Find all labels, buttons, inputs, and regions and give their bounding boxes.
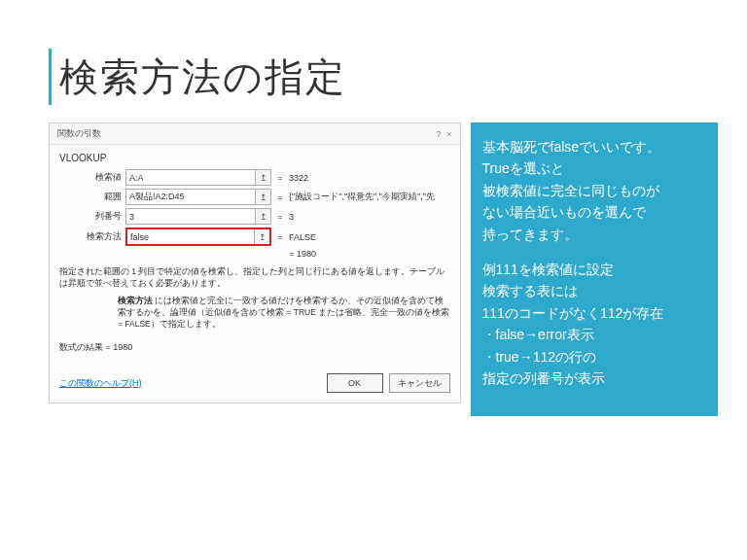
ok-button[interactable]: OK [327,373,383,393]
dialog-description-arg: 検索方法 には検索値と完全に一致する値だけを検索するか、その近似値を含めて検索す… [118,296,450,331]
arg-input-col-index[interactable]: 3 ↥ [125,208,271,225]
cancel-button[interactable]: キャンセル [389,373,450,393]
close-icon[interactable]: × [446,129,451,139]
dialog-titlebar: 関数の引数 ? × [50,123,460,145]
arg-value: A製品!A2:D45 [129,191,185,203]
overall-result: 1980 [297,249,316,259]
range-select-icon[interactable]: ↥ [254,229,269,244]
dialog-description: 指定された範囲の 1 列目で特定の値を検索し、指定した列と同じ行にある値を返しま… [59,266,450,290]
equals-sign: = [275,232,285,242]
equals-sign: = [275,173,285,183]
help-icon[interactable]: ? [436,129,441,139]
arg-label: 検索値 [65,171,122,184]
equals-sign: = [275,192,285,202]
arg-value: A:A [129,173,144,183]
page-title: 検索方法の指定 [59,51,346,104]
overall-result-row: = 1980 [65,249,450,259]
equals-sign: = [287,249,297,259]
explanation-panel: 基本脳死でfalseでいいです。 Trueを選ぶと 被検索値に完全に同じものが … [471,122,718,416]
arg-label: 範囲 [65,191,122,203]
arg-row-lookup-value: 検索値 A:A ↥ = 3322 [65,169,450,186]
arg-row-col-index: 列番号 3 ↥ = 3 [65,208,450,225]
arg-row-range-lookup: 検索方法 false ↥ = FALSE [65,228,450,246]
arg-result: 3322 [289,173,308,183]
arg-value: false [130,232,149,242]
help-link[interactable]: この関数のヘルプ(H) [59,377,142,390]
arg-label: 検索方法 [65,230,122,243]
function-args-dialog: 関数の引数 ? × VLOOKUP 検索値 A:A ↥ = [49,122,461,403]
arg-input-range-lookup[interactable]: false ↥ [125,228,271,246]
desc2-label: 検索方法 [118,296,153,305]
title-wrap: 検索方法の指定 [49,49,718,105]
explanation-para-2: 例111を検索値に設定 検索する表には 111のコードがなく112が存在 ・fa… [482,259,706,389]
arg-result: 3 [289,212,294,222]
formula-result-line: 数式の結果 = 1980 [59,341,450,354]
title-accent-bar [49,49,52,105]
arg-value: 3 [129,212,134,222]
dialog-title: 関数の引数 [57,127,101,140]
equals-sign: = [275,212,285,222]
arg-row-table-array: 範囲 A製品!A2:D45 ↥ = {"施設コード","得意先","今期実績",… [65,189,450,205]
range-select-icon[interactable]: ↥ [255,190,270,204]
arg-result: {"施設コード","得意先","今期実績","先期… [289,191,435,203]
range-select-icon[interactable]: ↥ [255,170,270,185]
arg-input-lookup-value[interactable]: A:A ↥ [125,169,271,186]
arg-label: 列番号 [65,210,122,223]
function-name: VLOOKUP [59,153,450,163]
explanation-para-1: 基本脳死でfalseでいいです。 Trueを選ぶと 被検索値に完全に同じものが … [482,136,706,245]
formula-result-label: 数式の結果 = [59,342,111,352]
arg-result: FALSE [289,232,316,242]
formula-result-value: 1980 [113,342,132,352]
arg-input-table-array[interactable]: A製品!A2:D45 ↥ [125,189,271,205]
range-select-icon[interactable]: ↥ [255,209,270,224]
desc2-text: には検索値と完全に一致する値だけを検索するか、その近似値を含めて検索するかを、論… [118,296,449,329]
